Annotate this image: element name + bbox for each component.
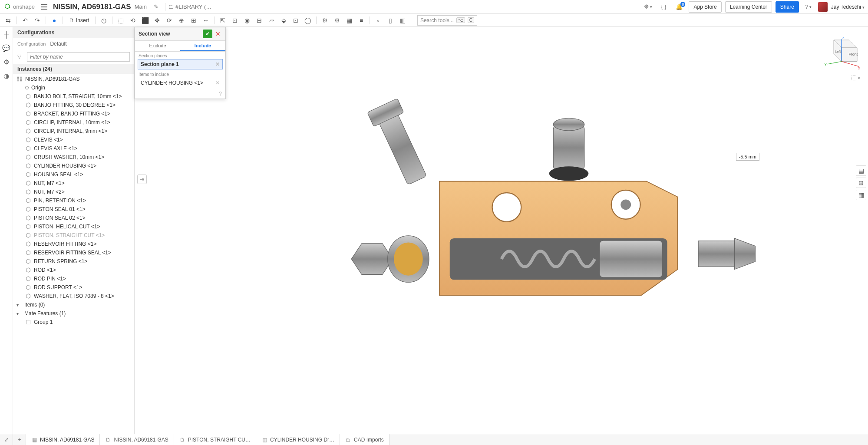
items-group[interactable]: ▾ Items (0) — [13, 300, 134, 309]
rename-icon[interactable]: ✎ — [152, 3, 161, 11]
part-item[interactable]: PISTON SEAL 02 <1> — [13, 214, 134, 222]
part-item[interactable]: CLEVIS <1> — [13, 135, 134, 144]
named-view-icon[interactable]: ▯ — [385, 15, 396, 26]
remove-icon[interactable]: ✕ — [215, 61, 220, 67]
model-view[interactable] — [208, 88, 795, 373]
include-item-field[interactable]: CYLINDER HOUSING <1> ✕ — [138, 78, 223, 88]
tab-manager-icon[interactable]: ⤢ — [0, 434, 13, 445]
globe-icon[interactable]: ● — [49, 15, 60, 26]
remove-icon[interactable]: ✕ — [215, 80, 220, 86]
part-item[interactable]: RESERVOIR FITTING SEAL <1> — [13, 248, 134, 257]
part-item[interactable]: CIRCLIP, INTERNAL, 9mm <1> — [13, 127, 134, 135]
learning-center-button[interactable]: Learning Center — [725, 1, 772, 13]
logo[interactable]: onshape — [3, 3, 35, 11]
replicate-icon[interactable]: ≡ — [356, 15, 367, 26]
part-item[interactable]: NUT, M7 <1> — [13, 179, 134, 188]
notifications-icon[interactable]: 🔔8 — [675, 3, 683, 11]
measure-icon[interactable]: ↔ — [200, 15, 211, 26]
popup-help-icon[interactable]: ? — [135, 89, 225, 99]
user-name[interactable]: Jay Tedeschi — [831, 4, 865, 10]
part-item[interactable]: PIN, RETENTION <1> — [13, 196, 134, 205]
part-item[interactable]: RESERVOIR FITTING <1> — [13, 240, 134, 248]
revolute-icon[interactable]: ◉ — [241, 15, 253, 26]
bottom-tab[interactable]: 🗋NISSIN, AD69181-GAS — [100, 434, 174, 445]
filter-icon[interactable]: ▽ — [17, 53, 24, 60]
ball-icon[interactable]: ◯ — [302, 15, 314, 26]
bottom-tab[interactable]: 🗋PISTON, STRAIGHT CU… — [174, 434, 256, 445]
display-states-icon[interactable]: ▤ — [856, 165, 866, 176]
gear-icon[interactable]: ⚙ — [319, 15, 330, 26]
part-item[interactable]: PISTON, HELICAL CUT <1> — [13, 222, 134, 231]
part-item[interactable]: PISTON, STRAIGHT CUT <1> — [13, 231, 134, 240]
slider-icon[interactable]: ⊟ — [254, 15, 265, 26]
redo-icon[interactable]: ↷ — [32, 15, 43, 26]
appearance-icon[interactable]: ◑ — [2, 71, 11, 81]
avatar[interactable] — [818, 2, 828, 12]
part-item[interactable]: BANJO BOLT, STRAIGHT, 10mm <1> — [13, 92, 134, 101]
share-button[interactable]: Share — [776, 1, 799, 13]
bottom-tab[interactable]: ▦NISSIN, AD69181-GAS — [26, 434, 100, 445]
part-item[interactable]: RETURN SPRING <1> — [13, 257, 134, 266]
close-button[interactable]: ✕ — [214, 30, 222, 38]
named-positions-icon[interactable]: ▦ — [856, 190, 866, 200]
tab-include[interactable]: Include — [180, 41, 225, 51]
part-item[interactable]: CRUSH WASHER, 10mm <1> — [13, 153, 134, 162]
part-item[interactable]: ROD SUPPORT <1> — [13, 283, 134, 292]
explode-icon[interactable]: ▫ — [373, 15, 384, 26]
move-icon[interactable]: ✥ — [152, 15, 163, 26]
feature-list-icon[interactable]: ⇆ — [3, 15, 14, 26]
cube-icon[interactable]: ⬚ — [115, 15, 126, 26]
part-item[interactable]: BRACKET, BANJO FITTING <1> — [13, 109, 134, 118]
part-item[interactable]: HOUSING SEAL <1> — [13, 170, 134, 179]
branch-label[interactable]: Main — [135, 3, 147, 10]
canvas[interactable]: -5.5 mm ⇥ Front Left Z X Y ⬚ ▤ ⊞ ▦ — [135, 27, 868, 434]
breadcrumb[interactable]: 🗀 #LIBRARY (… — [168, 3, 211, 10]
cylindrical-icon[interactable]: ⬙ — [278, 15, 289, 26]
mate-features-group[interactable]: ▾ Mate Features (1) — [13, 309, 134, 318]
mate-item[interactable]: Group 1 — [13, 318, 134, 326]
rotate-icon[interactable]: ⟳ — [164, 15, 175, 26]
orbit-icon[interactable]: ⟲ — [127, 15, 139, 26]
add-config-icon[interactable]: ┼ — [2, 30, 11, 39]
mate-icon[interactable]: ⇱ — [217, 15, 228, 26]
bom-icon[interactable]: ▥ — [397, 15, 408, 26]
iso-view-icon[interactable]: ⬚ — [851, 74, 860, 81]
versions-icon[interactable]: { } — [659, 3, 668, 11]
pattern-icon[interactable]: ▦ — [343, 15, 355, 26]
custom-features-icon[interactable]: ⚙ — [2, 57, 11, 67]
tab-exclude[interactable]: Exclude — [135, 41, 180, 51]
bottom-tab[interactable]: ▥CYLINDER HOUSING Dr… — [256, 434, 340, 445]
part-item[interactable]: CYLINDER HOUSING <1> — [13, 162, 134, 170]
relation-icon[interactable]: ⚙ — [331, 15, 343, 26]
menu-icon[interactable] — [39, 2, 50, 12]
pack-icon[interactable]: ⬛ — [139, 15, 151, 26]
part-item[interactable]: BANJO FITTING, 30 DEGREE <1> — [13, 101, 134, 109]
app-store-button[interactable]: App Store — [689, 1, 721, 13]
bottom-tab[interactable]: 🗀CAD Imports — [340, 434, 389, 445]
snap-icon[interactable]: ⊞ — [188, 15, 199, 26]
dimension-label[interactable]: -5.5 mm — [736, 153, 759, 161]
part-item[interactable]: ROD PIN <1> — [13, 274, 134, 283]
search-tools[interactable]: Search tools... ⌥ C — [417, 15, 477, 26]
part-item[interactable]: ROD <1> — [13, 266, 134, 274]
apps-icon[interactable]: ❋ — [644, 3, 652, 11]
pin-slot-icon[interactable]: ⊡ — [290, 15, 301, 26]
part-item[interactable]: WASHER, FLAT, ISO 7089 - 8 <1> — [13, 292, 134, 300]
part-item[interactable]: NUT, M7 <2> — [13, 188, 134, 196]
translate-icon[interactable]: ⊕ — [176, 15, 187, 26]
insert-button[interactable]: 🗋 Insert — [66, 15, 92, 26]
section-plane-field[interactable]: Section plane 1 ✕ — [138, 59, 223, 69]
part-item[interactable]: CLEVIS AXLE <1> — [13, 144, 134, 153]
history-icon[interactable]: ◴ — [98, 15, 109, 26]
undo-icon[interactable]: ↶ — [20, 15, 31, 26]
filter-input[interactable] — [27, 52, 130, 62]
comments-icon[interactable]: 💬 — [2, 43, 11, 53]
document-title[interactable]: NISSIN, AD69181-GAS — [53, 3, 131, 11]
expand-panel-icon[interactable]: ⇥ — [137, 175, 147, 184]
origin-item[interactable]: Origin — [13, 83, 134, 92]
assembly-item[interactable]: NISSIN, AD69181-GAS — [13, 75, 134, 83]
exploded-views-icon[interactable]: ⊞ — [856, 178, 866, 188]
part-item[interactable]: PISTON SEAL 01 <1> — [13, 205, 134, 214]
add-tab-icon[interactable]: ＋ — [13, 434, 26, 445]
fastened-icon[interactable]: ⊡ — [229, 15, 241, 26]
